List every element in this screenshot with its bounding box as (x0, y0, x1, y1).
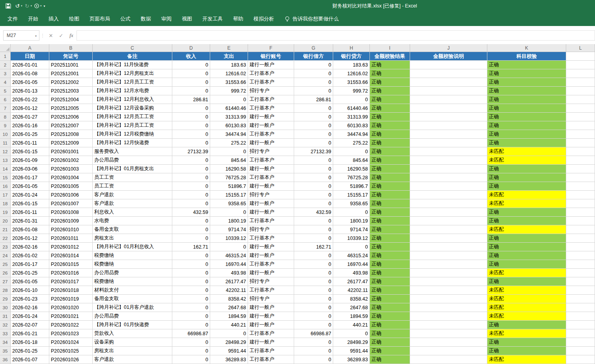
cell-E21[interactable]: 9714.74 (210, 225, 248, 234)
cell-F5[interactable]: 招行专户 (248, 87, 294, 95)
cell-L22[interactable] (566, 234, 595, 243)
cell-C30[interactable]: 【跨月补记】01月客户退款 (93, 303, 172, 312)
cell-J8[interactable] (410, 113, 487, 121)
cell-J27[interactable] (410, 277, 487, 286)
cell-H21[interactable]: 9714.74 (333, 225, 370, 234)
cell-C11[interactable]: 【跨月补记】12月快递费 (93, 139, 172, 147)
cell-E4[interactable]: 31553.66 (210, 78, 248, 87)
cell-J9[interactable] (410, 121, 487, 130)
cell-L5[interactable] (566, 87, 595, 95)
cell-A8[interactable]: 2026-01-27 (11, 113, 49, 121)
cell-J33[interactable] (410, 329, 487, 338)
cell-D8[interactable]: 0 (172, 113, 210, 121)
cell-L7[interactable] (566, 104, 595, 113)
cell-I6[interactable]: 正确 (370, 95, 410, 104)
cell-G8[interactable]: 0 (294, 113, 333, 121)
cell-L13[interactable] (566, 156, 595, 165)
cell-F7[interactable]: 工行基本户 (248, 104, 294, 113)
cell-E25[interactable]: 16970.44 (210, 260, 248, 269)
cell-C35[interactable]: 房租支出 (93, 347, 172, 355)
row-header-30[interactable]: 30 (0, 303, 11, 312)
cell-G21[interactable]: 0 (294, 225, 333, 234)
cell-B21[interactable]: P202601010 (49, 225, 93, 234)
cell-B23[interactable]: P202601012 (49, 243, 93, 251)
cell-C28[interactable]: 材料款支付 (93, 286, 172, 295)
cell-I34[interactable]: 正确 (370, 338, 410, 347)
cell-A11[interactable]: 2026-01-11 (11, 139, 49, 147)
cell-H20[interactable]: 1800.19 (333, 217, 370, 225)
cell-L15[interactable] (566, 173, 595, 182)
cell-E11[interactable]: 275.22 (210, 139, 248, 147)
row-header-29[interactable]: 29 (0, 295, 11, 303)
undo-button[interactable]: ↺ (13, 1, 22, 11)
cell-F34[interactable]: 建行一般户 (248, 338, 294, 347)
formula-input[interactable] (76, 30, 595, 41)
column-header-G[interactable]: G (294, 44, 333, 52)
cell-K1[interactable]: 科目校验 (487, 52, 566, 61)
cell-A13[interactable]: 2026-01-09 (11, 156, 49, 165)
cell-A28[interactable]: 2026-01-10 (11, 286, 49, 295)
cell-L26[interactable] (566, 269, 595, 277)
cell-H15[interactable]: 76725.28 (333, 173, 370, 182)
cell-J18[interactable] (410, 199, 487, 208)
cell-C4[interactable]: 【跨月补记】12月员工工资 (93, 78, 172, 87)
cell-K20[interactable]: 正确 (487, 217, 566, 225)
cell-D16[interactable]: 0 (172, 182, 210, 191)
cell-E12[interactable]: 0 (210, 147, 248, 156)
cell-G20[interactable]: 0 (294, 217, 333, 225)
cell-K10[interactable]: 正确 (487, 130, 566, 139)
cell-F8[interactable]: 建行一般户 (248, 113, 294, 121)
cell-I15[interactable]: 正确 (370, 173, 410, 182)
row-header-9[interactable]: 9 (0, 121, 11, 130)
redo-dropdown-icon[interactable]: ▾ (31, 4, 32, 7)
cell-A21[interactable]: 2026-01-08 (11, 225, 49, 234)
cell-F18[interactable]: 建行一般户 (248, 199, 294, 208)
undo-dropdown-icon[interactable]: ▾ (21, 4, 22, 7)
ribbon-tab-绘图[interactable]: 绘图 (64, 12, 84, 26)
cell-A7[interactable]: 2026-01-12 (11, 104, 49, 113)
cell-G16[interactable]: 0 (294, 182, 333, 191)
cell-L20[interactable] (566, 217, 595, 225)
cell-J24[interactable] (410, 251, 487, 260)
cell-B5[interactable]: P202512003 (49, 87, 93, 95)
cell-E16[interactable]: 51896.7 (210, 182, 248, 191)
cell-D18[interactable]: 0 (172, 199, 210, 208)
cell-H19[interactable]: 0 (333, 208, 370, 217)
cell-C25[interactable]: 税费缴纳 (93, 260, 172, 269)
row-header-3[interactable]: 3 (0, 69, 11, 78)
cell-A33[interactable]: 2026-01-21 (11, 329, 49, 338)
cell-H12[interactable]: 0 (333, 147, 370, 156)
cell-C3[interactable]: 【跨月补记】12月房租支出 (93, 69, 172, 78)
cell-J2[interactable] (410, 61, 487, 69)
cell-L35[interactable] (566, 347, 595, 355)
cell-D30[interactable]: 0 (172, 303, 210, 312)
cell-E34[interactable]: 28498.29 (210, 338, 248, 347)
cell-H33[interactable]: 0 (333, 329, 370, 338)
cell-H10[interactable]: 34474.94 (333, 130, 370, 139)
cell-J32[interactable] (410, 321, 487, 329)
cell-K6[interactable]: 正确 (487, 95, 566, 104)
cell-F32[interactable]: 建行一般户 (248, 321, 294, 329)
cell-J26[interactable] (410, 269, 487, 277)
cell-I28[interactable]: 正确 (370, 286, 410, 295)
cell-A9[interactable]: 2026-01-16 (11, 121, 49, 130)
cell-H4[interactable]: 31553.66 (333, 78, 370, 87)
cell-G23[interactable]: 162.71 (294, 243, 333, 251)
cell-B26[interactable]: P202601016 (49, 269, 93, 277)
row-header-18[interactable]: 18 (0, 199, 11, 208)
cell-B8[interactable]: P202512006 (49, 113, 93, 121)
cell-F9[interactable]: 建行一般户 (248, 121, 294, 130)
cell-A16[interactable]: 2026-01-05 (11, 182, 49, 191)
cell-F11[interactable]: 建行一般户 (248, 139, 294, 147)
cell-D14[interactable]: 0 (172, 165, 210, 173)
cell-G12[interactable]: 27132.39 (294, 147, 333, 156)
cell-I19[interactable]: 正确 (370, 208, 410, 217)
column-header-J[interactable]: J (410, 44, 487, 52)
cell-C1[interactable]: 备注 (93, 52, 172, 61)
cell-I33[interactable]: 正确 (370, 329, 410, 338)
cell-G36[interactable]: 0 (294, 355, 333, 364)
cell-D23[interactable]: 162.71 (172, 243, 210, 251)
cell-F12[interactable]: 招行专户 (248, 147, 294, 156)
cell-G11[interactable]: 0 (294, 139, 333, 147)
cell-D17[interactable]: 0 (172, 191, 210, 199)
